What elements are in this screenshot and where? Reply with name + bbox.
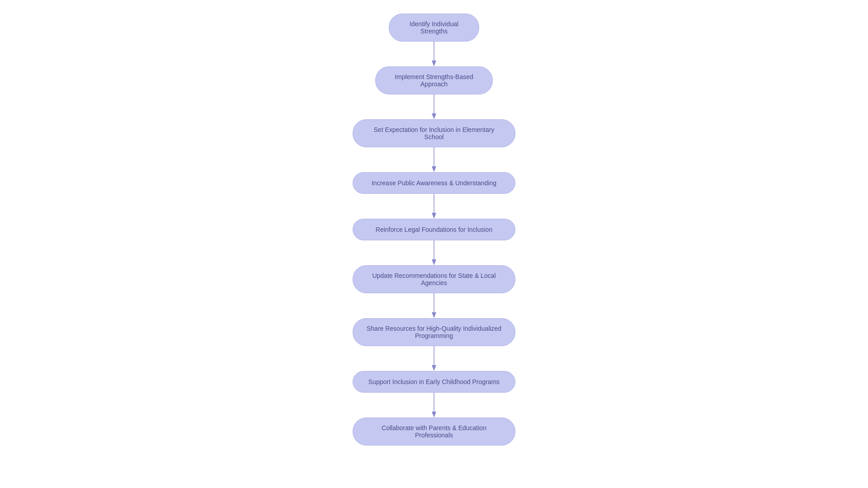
node-2: Implement Strengths-Based Approach bbox=[375, 66, 493, 94]
node-9: Collaborate with Parents & Education Pro… bbox=[353, 418, 515, 446]
svg-marker-1 bbox=[432, 61, 436, 66]
node-3: Set Expectation for Inclusion in Element… bbox=[353, 119, 515, 147]
svg-marker-5 bbox=[432, 166, 436, 172]
flowchart: Identify Individual Strengths Implement … bbox=[321, 0, 547, 459]
arrow-6 bbox=[429, 293, 439, 318]
svg-marker-13 bbox=[432, 365, 436, 371]
svg-marker-7 bbox=[432, 213, 436, 219]
arrow-1 bbox=[429, 42, 439, 66]
arrow-4 bbox=[429, 194, 439, 219]
svg-marker-3 bbox=[432, 113, 436, 119]
node-7: Share Resources for High-Quality Individ… bbox=[353, 318, 515, 346]
node-5: Reinforce Legal Foundations for Inclusio… bbox=[353, 219, 515, 240]
node-6: Update Recommendations for State & Local… bbox=[353, 265, 515, 293]
svg-marker-15 bbox=[432, 412, 436, 418]
node-8: Support Inclusion in Early Childhood Pro… bbox=[353, 371, 515, 393]
svg-marker-9 bbox=[432, 259, 436, 265]
svg-marker-11 bbox=[432, 312, 436, 318]
arrow-8 bbox=[429, 393, 439, 418]
node-1: Identify Individual Strengths bbox=[389, 14, 479, 42]
arrow-7 bbox=[429, 346, 439, 371]
arrow-5 bbox=[429, 240, 439, 265]
node-4: Increase Public Awareness & Understandin… bbox=[353, 172, 515, 194]
arrow-2 bbox=[429, 94, 439, 119]
arrow-3 bbox=[429, 147, 439, 172]
